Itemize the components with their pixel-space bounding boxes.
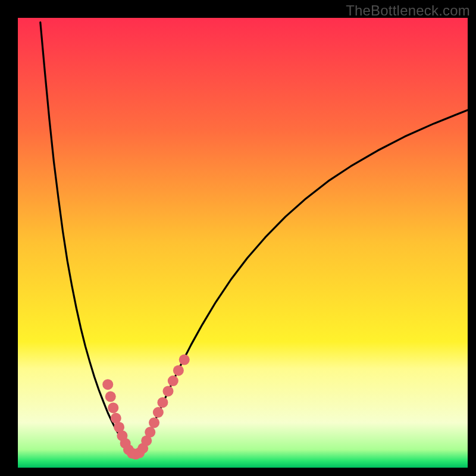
chart-overlay — [18, 18, 468, 468]
marker-point — [173, 365, 184, 376]
series-right-branch — [142, 110, 468, 450]
curve-group — [40, 23, 468, 455]
series-left-branch — [40, 23, 127, 450]
marker-point — [168, 375, 178, 386]
watermark: TheBottleneck.com — [346, 2, 470, 19]
plot-area — [18, 18, 468, 468]
marker-point — [157, 397, 168, 408]
marker-point — [102, 379, 113, 390]
marker-point — [179, 355, 190, 365]
marker-point — [145, 427, 155, 437]
marker-point — [108, 402, 118, 413]
outer-frame: TheBottleneck.com — [0, 0, 476, 476]
marker-point — [149, 417, 159, 428]
marker-point — [153, 407, 164, 418]
marker-point — [105, 392, 116, 402]
marker-point — [163, 386, 174, 396]
marker-group — [102, 355, 190, 460]
